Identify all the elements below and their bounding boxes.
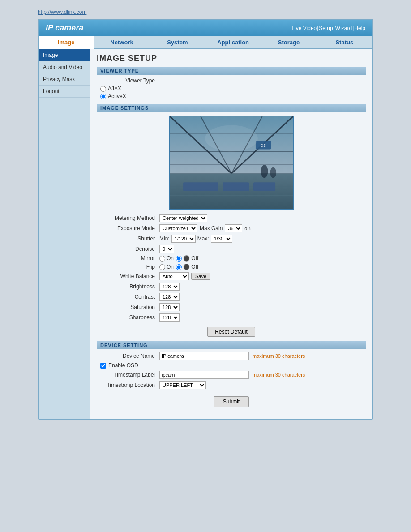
help-link[interactable]: Help xyxy=(354,25,365,31)
sidebar-item-logout[interactable]: Logout xyxy=(39,86,90,98)
timestamp-label-max-chars: maximum 30 characters xyxy=(253,372,305,378)
svg-point-19 xyxy=(270,167,276,178)
white-balance-save-button[interactable]: Save xyxy=(191,273,210,280)
sidebar-item-privacy-mask[interactable]: Privacy Mask xyxy=(39,73,90,86)
device-name-label: Device Name xyxy=(97,353,159,359)
activex-radio-row: ActiveX xyxy=(100,93,366,99)
white-balance-control: Auto Manual Indoor Outdoor Save xyxy=(159,272,210,280)
wizard-link[interactable]: Wizard xyxy=(335,25,352,31)
contrast-select[interactable]: 12864192255 xyxy=(159,293,180,301)
image-preview: D3 xyxy=(169,116,294,210)
cam-title: IP camera xyxy=(46,23,83,33)
cam-header-links: Live Video|Setup|Wizard|Help xyxy=(291,25,365,31)
brightness-row: Brightness 12864192255 xyxy=(97,283,366,291)
viewer-type-header: VIEWER TYPE xyxy=(97,67,366,75)
exposure-mode-control: Customize1 Auto Manual Max Gain 36 24 48… xyxy=(159,224,251,232)
flip-off-radio[interactable] xyxy=(176,264,182,270)
svg-rect-14 xyxy=(223,182,249,191)
mirror-row: Mirror On ⚫ Off xyxy=(97,255,366,262)
enable-osd-label: Enable OSD xyxy=(108,362,138,369)
svg-point-20 xyxy=(205,125,258,152)
tab-application[interactable]: Application xyxy=(206,36,261,48)
saturation-control: 12864192255 xyxy=(159,303,180,311)
flip-on-label: On xyxy=(159,264,174,270)
nav-tabs: Image Network System Application Storage… xyxy=(39,36,372,49)
flip-on-radio[interactable] xyxy=(159,264,165,270)
mirror-off-label: ⚫ Off xyxy=(176,255,198,262)
device-name-row: Device Name maximum 30 characters xyxy=(97,352,366,360)
metering-method-label: Metering Method xyxy=(97,215,159,221)
db-label: dB xyxy=(244,226,250,231)
timestamp-location-select[interactable]: UPPER LEFT UPPER RIGHT LOWER LEFT LOWER … xyxy=(159,381,206,389)
saturation-select[interactable]: 12864192255 xyxy=(159,303,180,311)
max-gain-label: Max Gain xyxy=(200,225,223,232)
timestamp-location-row: Timestamp Location UPPER LEFT UPPER RIGH… xyxy=(97,381,366,389)
sharpness-select[interactable]: 12864192255 xyxy=(159,313,180,322)
shutter-control: Min: 1/120 1/60 1/30 Max: 1/30 1/15 1/8 xyxy=(159,235,232,243)
device-setting-section: DEVICE SETTING Device Name maximum 30 ch… xyxy=(97,341,366,389)
brightness-label: Brightness xyxy=(97,283,159,290)
tab-status[interactable]: Status xyxy=(317,36,372,48)
exposure-mode-select[interactable]: Customize1 Auto Manual xyxy=(159,224,197,232)
timestamp-label-label: Timestamp Label xyxy=(97,372,159,378)
sidebar-item-image[interactable]: Image xyxy=(39,49,90,61)
ajax-radio[interactable] xyxy=(100,86,106,92)
timestamp-label-input[interactable] xyxy=(159,371,249,379)
sharpness-label: Sharpness xyxy=(97,314,159,321)
mirror-off-radio[interactable] xyxy=(176,256,182,262)
metering-method-control: Center-weighted Average Spot xyxy=(159,214,207,222)
cam-header: IP camera Live Video|Setup|Wizard|Help xyxy=(39,20,372,36)
tab-network[interactable]: Network xyxy=(94,36,150,48)
exposure-mode-row: Exposure Mode Customize1 Auto Manual Max… xyxy=(97,224,366,232)
device-name-max-chars: maximum 30 characters xyxy=(253,353,305,359)
white-balance-label: White Balance xyxy=(97,273,159,279)
flip-label: Flip xyxy=(97,264,159,270)
submit-btn-container: Submit xyxy=(97,396,366,407)
enable-osd-checkbox[interactable] xyxy=(100,363,106,369)
denoise-select[interactable]: 0 1 2 3 xyxy=(159,245,174,253)
svg-rect-13 xyxy=(183,182,218,191)
shutter-max-label: Max: xyxy=(197,236,209,242)
top-link[interactable]: http://www.dlink.com xyxy=(38,9,86,15)
denoise-control: 0 1 2 3 xyxy=(159,245,174,253)
sharpness-row: Sharpness 12864192255 xyxy=(97,313,366,322)
contrast-control: 12864192255 xyxy=(159,293,180,301)
brightness-control: 12864192255 xyxy=(159,283,180,291)
tab-image[interactable]: Image xyxy=(39,36,94,49)
ajax-label: AJAX xyxy=(108,86,121,92)
white-balance-select[interactable]: Auto Manual Indoor Outdoor xyxy=(159,272,189,280)
device-name-input[interactable] xyxy=(159,352,249,360)
image-preview-container: D3 xyxy=(97,116,366,210)
live-video-link[interactable]: Live Video xyxy=(291,25,317,31)
metering-method-row: Metering Method Center-weighted Average … xyxy=(97,214,366,222)
shutter-min-label: Min: xyxy=(159,236,170,242)
mirror-on-radio[interactable] xyxy=(159,256,165,262)
mirror-on-label: On xyxy=(159,255,174,262)
reset-default-button[interactable]: Reset Default xyxy=(207,327,255,337)
timestamp-label-row: Timestamp Label maximum 30 characters xyxy=(97,371,366,379)
setup-link[interactable]: Setup xyxy=(319,25,333,31)
ajax-radio-row: AJAX xyxy=(100,86,366,92)
shutter-label: Shutter xyxy=(97,236,159,242)
max-gain-select[interactable]: 36 24 48 xyxy=(225,224,242,232)
brightness-select[interactable]: 12864192255 xyxy=(159,283,180,291)
shutter-max-select[interactable]: 1/30 1/15 1/8 xyxy=(211,235,232,243)
viewer-type-radios: AJAX ActiveX xyxy=(97,86,366,99)
metering-method-select[interactable]: Center-weighted Average Spot xyxy=(159,214,207,222)
sharpness-control: 12864192255 xyxy=(159,313,180,322)
submit-button[interactable]: Submit xyxy=(214,396,249,407)
viewer-type-row: Viewer Type xyxy=(97,77,366,84)
shutter-min-select[interactable]: 1/120 1/60 1/30 xyxy=(171,235,196,243)
enable-osd-row: Enable OSD xyxy=(97,362,366,369)
main-content: IMAGE SETUP VIEWER TYPE Viewer Type AJAX xyxy=(90,49,372,419)
image-settings-header: IMAGE SETTINGS xyxy=(97,104,366,112)
sidebar-item-audio-video[interactable]: Audio and Video xyxy=(39,61,90,73)
activex-radio[interactable] xyxy=(100,94,106,99)
svg-rect-15 xyxy=(253,182,275,191)
viewer-type-label: Viewer Type xyxy=(100,77,158,84)
exposure-mode-label: Exposure Mode xyxy=(97,225,159,232)
tab-storage[interactable]: Storage xyxy=(261,36,317,48)
contrast-row: Contrast 12864192255 xyxy=(97,293,366,301)
tab-system[interactable]: System xyxy=(150,36,206,48)
flip-row: Flip On ⚫ Off xyxy=(97,264,366,270)
